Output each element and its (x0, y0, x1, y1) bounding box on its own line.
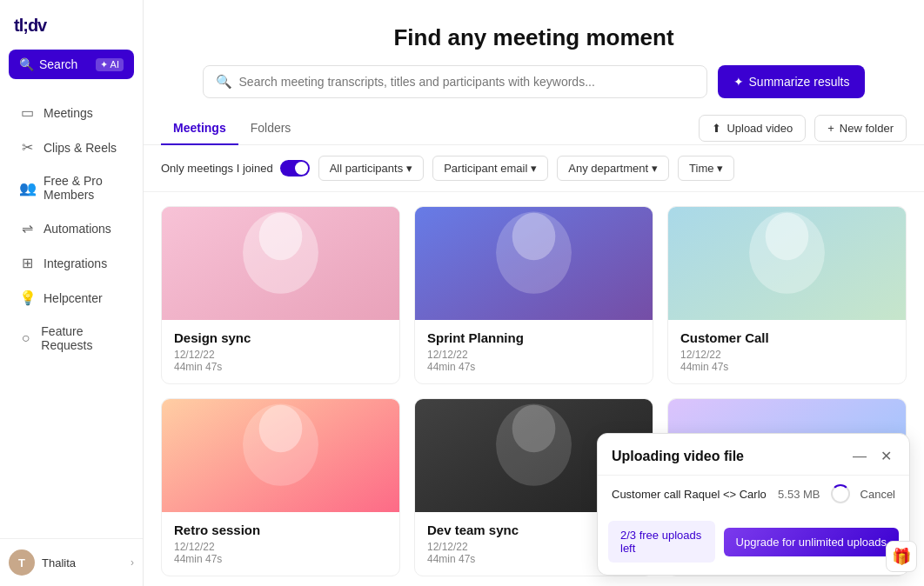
card-duration: 44min 47s (174, 361, 387, 373)
upload-icon: ⬆ (712, 122, 721, 135)
card-info: Sprint Planning 12/12/22 44min 47s (415, 320, 653, 383)
search-button[interactable]: 🔍 Search ✦ AI (9, 50, 134, 79)
svg-point-11 (259, 405, 303, 453)
sidebar-item-integrations[interactable]: ⊞ Integrations (5, 246, 137, 280)
close-button[interactable]: ✕ (877, 446, 895, 466)
summarize-label: Summarize results (749, 75, 850, 89)
card-title: Sprint Planning (427, 330, 640, 345)
meeting-card[interactable]: Customer Call 12/12/22 44min 47s (667, 206, 907, 384)
chevron-down-icon: ▾ (717, 162, 723, 175)
chevron-right-icon: › (131, 556, 134, 569)
sparkle-icon: ✦ (733, 75, 744, 89)
free-uploads-badge: 2/3 free uploads left (608, 521, 715, 563)
card-title: Customer Call (680, 330, 894, 345)
upload-size: 5.53 MB (778, 488, 820, 501)
meeting-card[interactable]: Retro session 12/12/22 44min 47s (161, 398, 400, 576)
time-filter[interactable]: Time ▾ (678, 156, 734, 181)
integrations-icon: ⊞ (19, 255, 35, 271)
toggle-knob (295, 162, 308, 175)
card-date: 12/12/22 (174, 541, 387, 553)
upgrade-button[interactable]: Upgrade for unlimited uploads (724, 528, 899, 556)
sidebar-item-label: Clips & Reels (44, 141, 117, 155)
sidebar-item-features[interactable]: ○ Feature Requests (5, 316, 137, 361)
tab-folders[interactable]: Folders (238, 112, 304, 145)
tabs-bar: Meetings Folders ⬆ Upload video + New fo… (144, 112, 924, 145)
card-date: 12/12/22 (174, 349, 387, 361)
filter-bar: Only meetings I joined All participants … (144, 145, 924, 192)
card-info: Design sync 12/12/22 44min 47s (162, 320, 399, 383)
sidebar-item-helpcenter[interactable]: 💡 Helpcenter (5, 281, 137, 315)
chevron-down-icon: ▾ (406, 162, 412, 175)
upload-modal-header: Uploading video file — ✕ (598, 434, 909, 475)
card-thumbnail (668, 207, 906, 320)
meeting-card[interactable]: Design sync 12/12/22 44min 47s (161, 206, 400, 384)
ai-badge: ✦ AI (96, 58, 124, 71)
search-label: Search (39, 57, 77, 71)
sidebar-item-label: Helpcenter (44, 291, 103, 305)
card-title: Design sync (174, 330, 387, 345)
sidebar-item-members[interactable]: 👥 Free & Pro Members (5, 165, 137, 210)
upload-modal-title: Uploading video file (612, 449, 744, 464)
department-filter[interactable]: Any department ▾ (557, 156, 669, 181)
members-icon: 👥 (19, 180, 35, 196)
new-folder-button[interactable]: + New folder (814, 115, 907, 142)
sidebar-item-label: Feature Requests (41, 324, 124, 352)
tab-meetings[interactable]: Meetings (161, 112, 238, 145)
card-date: 12/12/22 (427, 349, 640, 361)
cancel-upload-button[interactable]: Cancel (860, 488, 895, 501)
search-icon: 🔍 (19, 57, 34, 71)
sidebar: tl;dv 🔍 Search ✦ AI ▭ Meetings ✂ Clips &… (0, 0, 144, 586)
department-label: Any department (568, 162, 648, 175)
sidebar-item-clips[interactable]: ✂ Clips & Reels (5, 130, 137, 164)
tab-folders-label: Folders (251, 121, 291, 135)
logo: tl;dv (0, 0, 143, 44)
plus-icon: + (827, 122, 834, 135)
upload-filename: Customer call Raquel <> Carlo (612, 488, 767, 501)
meetings-icon: ▭ (19, 104, 35, 121)
user-profile[interactable]: T Thalita › (0, 538, 143, 586)
gift-icon[interactable]: 🎁 (886, 541, 917, 572)
card-thumbnail (162, 207, 399, 320)
summarize-button[interactable]: ✦ Summarize results (718, 65, 866, 98)
email-filter[interactable]: Participant email ▾ (432, 156, 548, 181)
minimize-button[interactable]: — (849, 446, 870, 466)
card-duration: 44min 47s (174, 553, 387, 565)
sidebar-item-automations[interactable]: ⇌ Automations (5, 211, 137, 245)
helpcenter-icon: 💡 (19, 290, 35, 306)
meeting-card[interactable]: Sprint Planning 12/12/22 44min 47s (414, 206, 653, 384)
card-duration: 44min 47s (427, 361, 640, 373)
search-bar: 🔍 (203, 65, 707, 98)
search-input[interactable] (239, 75, 694, 89)
svg-point-14 (512, 405, 556, 453)
upload-item: Customer call Raquel <> Carlo 5.53 MB Ca… (598, 475, 909, 512)
card-date: 12/12/22 (680, 349, 894, 361)
card-thumbnail (162, 399, 399, 512)
tabs-left: Meetings Folders (161, 112, 303, 144)
card-info: Customer Call 12/12/22 44min 47s (668, 320, 906, 383)
participants-filter[interactable]: All participants ▾ (318, 156, 425, 181)
participants-label: All participants (330, 162, 404, 175)
automations-icon: ⇌ (19, 220, 35, 236)
card-thumbnail (415, 207, 653, 320)
search-icon: 🔍 (216, 74, 232, 90)
sidebar-item-meetings[interactable]: ▭ Meetings (5, 96, 137, 130)
upload-label: Upload video (726, 122, 793, 135)
page-title: Find any meeting moment (161, 24, 907, 51)
user-name: Thalita (42, 556, 124, 569)
new-folder-label: New folder (840, 122, 894, 135)
upload-video-button[interactable]: ⬆ Upload video (699, 115, 806, 142)
sidebar-item-label: Automations (44, 222, 111, 236)
toggle-switch[interactable] (280, 160, 310, 176)
toggle-label: Only meetings I joined (161, 162, 273, 175)
features-icon: ○ (19, 330, 32, 346)
sidebar-item-label: Integrations (44, 256, 107, 270)
sidebar-item-label: Meetings (44, 106, 93, 120)
sidebar-item-label: Free & Pro Members (44, 174, 124, 202)
search-container: 🔍 ✦ Summarize results (144, 65, 924, 112)
main-content: Find any meeting moment 🔍 ✦ Summarize re… (144, 0, 924, 586)
meetings-toggle-filter: Only meetings I joined (161, 160, 310, 176)
tabs-right: ⬆ Upload video + New folder (699, 115, 907, 142)
email-label: Participant email (444, 162, 527, 175)
modal-controls: — ✕ (849, 446, 895, 466)
sidebar-nav: ▭ Meetings ✂ Clips & Reels 👥 Free & Pro … (0, 91, 143, 538)
